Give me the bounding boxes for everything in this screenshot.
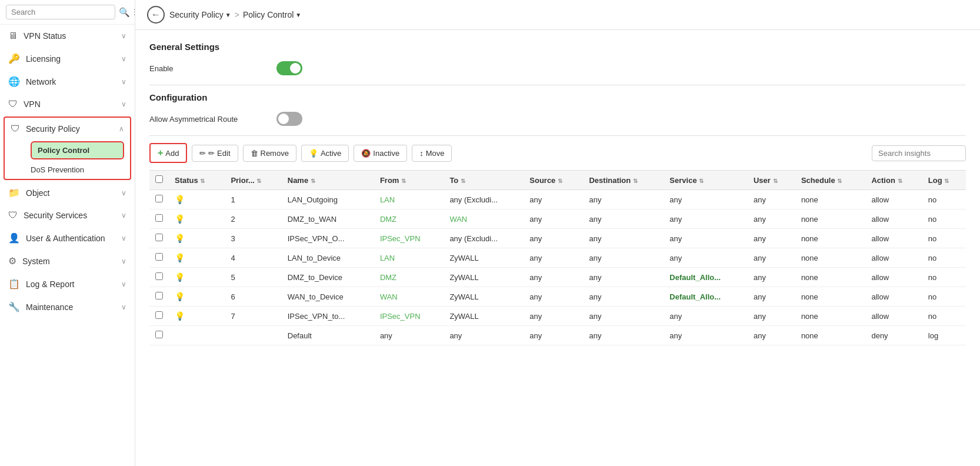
active-status-icon: 💡 <box>175 195 185 204</box>
table-row: 💡2DMZ_to_WANDMZWANanyanyanyanynoneallown… <box>149 209 966 229</box>
from-link[interactable]: LAN <box>380 254 395 262</box>
breadcrumb-current[interactable]: Policy Control ▼ <box>243 10 301 19</box>
row-action: deny <box>865 326 922 345</box>
header-checkbox-cell <box>149 171 169 190</box>
from-link[interactable]: DMZ <box>380 215 396 224</box>
sidebar-item-user-authentication[interactable]: 👤 User & Authentication ∨ <box>0 227 135 249</box>
table-header: Status ⇅ Prior... ⇅ Name ⇅ From ⇅ To ⇅ <box>149 171 966 190</box>
row-from[interactable]: IPSec_VPN <box>374 307 444 326</box>
service-link[interactable]: Default_Allo... <box>669 292 721 301</box>
back-button[interactable]: ← <box>147 6 165 24</box>
configuration-title: Configuration <box>149 92 966 102</box>
inactive-button[interactable]: 🔕 Inactive <box>354 145 407 162</box>
row-checkbox[interactable] <box>155 292 163 299</box>
row-checkbox[interactable] <box>155 214 163 222</box>
table-search-input[interactable] <box>872 145 966 161</box>
from-link[interactable]: DMZ <box>380 273 396 282</box>
row-priority <box>225 326 281 345</box>
asymmetrical-toggle[interactable] <box>276 112 302 126</box>
row-action: allow <box>865 209 922 229</box>
sidebar-item-vpn-status[interactable]: 🖥 VPN Status ∨ <box>0 25 135 47</box>
sidebar-item-licensing[interactable]: 🔑 Licensing ∨ <box>0 47 135 70</box>
row-from[interactable]: LAN <box>374 248 444 268</box>
row-service[interactable]: Default_Allo... <box>664 268 748 287</box>
sidebar-item-maintenance[interactable]: 🔧 Maintenance ∨ <box>0 295 135 318</box>
move-icon: ↕ <box>419 149 424 158</box>
row-from[interactable]: DMZ <box>374 268 444 287</box>
select-all-checkbox[interactable] <box>155 175 163 183</box>
row-service: any <box>664 326 748 345</box>
security-services-icon: 🛡 <box>8 210 18 221</box>
sidebar-item-vpn[interactable]: 🛡 VPN ∨ <box>0 93 135 115</box>
sidebar-item-object[interactable]: 📁 Object ∨ <box>0 181 135 204</box>
table-row: 💡5DMZ_to_DeviceDMZZyWALLanyanyDefault_Al… <box>149 268 966 287</box>
row-service: any <box>664 307 748 326</box>
sidebar-item-security-policy[interactable]: 🛡 Security Policy ∧ <box>5 118 130 140</box>
sort-icon-service: ⇅ <box>699 178 704 184</box>
row-destination: any <box>583 248 664 268</box>
row-destination: any <box>583 326 664 345</box>
row-to: any (Excludi... <box>444 229 524 248</box>
row-from[interactable]: DMZ <box>374 209 444 229</box>
header-row: Status ⇅ Prior... ⇅ Name ⇅ From ⇅ To ⇅ <box>149 171 966 190</box>
row-log: no <box>922 190 966 209</box>
row-to: ZyWALL <box>444 287 524 307</box>
sort-icon-from: ⇅ <box>401 178 406 184</box>
sort-icon-to: ⇅ <box>461 178 465 184</box>
breadcrumb-parent[interactable]: Security Policy ▼ <box>169 10 231 19</box>
row-to[interactable]: WAN <box>444 209 524 229</box>
move-button[interactable]: ↕ Move <box>412 145 452 162</box>
sidebar-item-policy-control[interactable]: Policy Control <box>31 141 124 159</box>
active-status-icon: 💡 <box>175 272 185 282</box>
row-service: any <box>664 209 748 229</box>
enable-toggle[interactable] <box>276 61 302 75</box>
from-link[interactable]: WAN <box>380 292 398 301</box>
active-status-icon: 💡 <box>175 311 185 321</box>
row-checkbox[interactable] <box>155 272 163 280</box>
sidebar-label-log-report: Log & Report <box>26 279 115 289</box>
row-from[interactable]: WAN <box>374 287 444 307</box>
sort-icon-priority: ⇅ <box>256 178 261 184</box>
chevron-icon: ∨ <box>121 257 126 265</box>
general-settings-title: General Settings <box>149 42 966 52</box>
row-checkbox[interactable] <box>155 234 163 241</box>
from-link[interactable]: IPSec_VPN <box>380 312 421 321</box>
add-button[interactable]: + Add <box>149 143 187 163</box>
row-priority: 4 <box>225 248 281 268</box>
active-button[interactable]: 💡 Active <box>301 145 349 162</box>
row-from[interactable]: IPSec_VPN <box>374 229 444 248</box>
row-source: any <box>524 326 583 345</box>
table-row: 💡4LAN_to_DeviceLANZyWALLanyanyanyanynone… <box>149 248 966 268</box>
security-policy-icon: 🛡 <box>11 124 20 134</box>
row-service[interactable]: Default_Allo... <box>664 287 748 307</box>
search-icon-button[interactable]: 🔍 <box>119 7 130 18</box>
table-toolbar: + Add ✏ ✏ Edit 🗑 Remove 💡 Active 🔕 Inact… <box>149 143 966 163</box>
row-checkbox-cell <box>149 248 169 268</box>
sidebar-item-dos-prevention[interactable]: DoS Prevention <box>5 161 130 179</box>
row-checkbox[interactable] <box>155 195 163 202</box>
from-link[interactable]: LAN <box>380 195 395 204</box>
search-input[interactable] <box>6 5 115 19</box>
row-checkbox[interactable] <box>155 311 163 319</box>
remove-icon: 🗑 <box>251 149 258 158</box>
sidebar-item-system[interactable]: ⚙ System ∨ <box>0 249 135 272</box>
sidebar-item-network[interactable]: 🌐 Network ∨ <box>0 70 135 93</box>
chevron-icon: ∨ <box>121 32 126 40</box>
enable-row: Enable <box>149 61 966 75</box>
sidebar-item-log-report[interactable]: 📋 Log & Report ∨ <box>0 272 135 295</box>
edit-button[interactable]: ✏ ✏ Edit <box>192 145 238 162</box>
sidebar-label-object: Object <box>26 188 115 198</box>
sidebar-label-licensing: Licensing <box>26 54 115 64</box>
service-link[interactable]: Default_Allo... <box>669 273 721 282</box>
row-status: 💡 <box>169 307 225 326</box>
remove-button[interactable]: 🗑 Remove <box>243 145 296 162</box>
row-log: no <box>922 209 966 229</box>
to-link[interactable]: WAN <box>449 215 467 224</box>
from-link[interactable]: IPSec_VPN <box>380 234 421 243</box>
row-checkbox[interactable] <box>155 253 163 261</box>
object-icon: 📁 <box>8 187 20 198</box>
row-from[interactable]: LAN <box>374 190 444 209</box>
chevron-icon: ∨ <box>121 211 126 219</box>
sidebar-item-security-services[interactable]: 🛡 Security Services ∨ <box>0 204 135 227</box>
row-checkbox[interactable] <box>155 331 163 338</box>
